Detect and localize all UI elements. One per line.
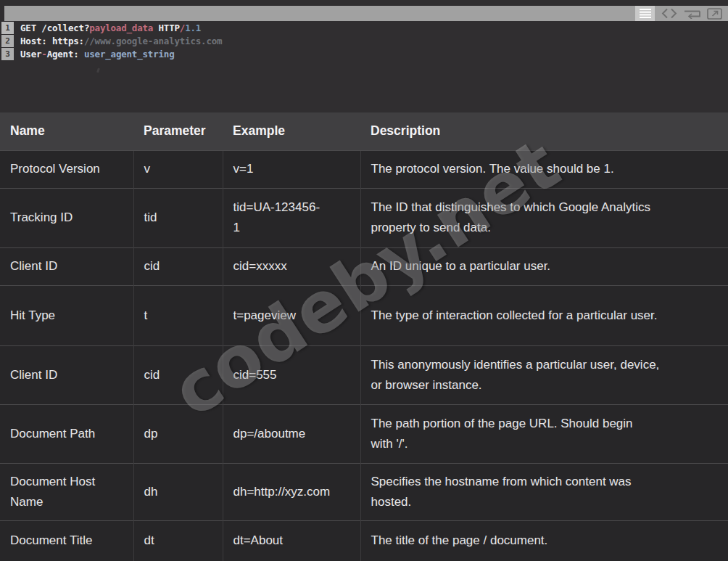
parameter-value: v [144, 159, 151, 179]
name-value: Hit Type [10, 306, 55, 326]
open-in-new-icon-glyph [707, 8, 722, 20]
header-example: Example [223, 112, 360, 150]
page: 1GET /collect?payload_data HTTP/1.12Host… [0, 0, 728, 561]
parameter-cell: t [133, 285, 223, 345]
parameter-cell: cid [133, 345, 223, 404]
example-cell: cid=xxxxx [223, 247, 360, 285]
example-cell: dh=http://xyz.com [223, 463, 360, 520]
example-cell: cid=555 [223, 345, 360, 404]
name-value: Client ID [10, 365, 57, 385]
parameter-value: dp [144, 424, 158, 444]
parameter-cell: v [133, 150, 223, 188]
menu-icon[interactable] [635, 6, 655, 21]
table-row: Client IDcidcid=xxxxxAn ID unique to a p… [0, 247, 728, 285]
parameter-cell: cid [133, 247, 223, 285]
code-segment: user_agent_string [84, 49, 175, 60]
code-icon-glyph [661, 8, 677, 19]
name-cell: Tracking ID [0, 188, 133, 247]
code-segment: Host: https: [20, 36, 84, 46]
parameter-value: cid [144, 256, 160, 277]
description-cell: The path portion of the page URL. Should… [360, 404, 728, 463]
wrap-lines-icon-glyph [684, 9, 700, 19]
parameters-table: Name Parameter Example Description Proto… [0, 112, 728, 561]
name-value: Document Path [10, 424, 95, 444]
description-value: An ID unique to a particular user. [371, 256, 551, 277]
table-header: Name Parameter Example Description [0, 112, 728, 150]
example-value: dh=http://xyz.com [233, 482, 331, 502]
header-name: Name [0, 112, 133, 150]
description-cell: The ID that distinguishes to which Googl… [360, 188, 728, 247]
name-cell: Client ID [0, 345, 133, 404]
description-value: The title of the page / document. [371, 531, 548, 551]
parameter-value: t [144, 306, 148, 326]
parameter-cell: dt [133, 520, 223, 561]
name-cell: Protocol Version [0, 150, 133, 188]
description-cell: An ID unique to a particular user. [360, 247, 728, 285]
example-cell: tid=UA-123456-1 [223, 188, 360, 247]
menu-icon-glyph [640, 9, 651, 18]
description-value: The ID that distinguishes to which Googl… [371, 197, 690, 238]
example-cell: dt=About [223, 520, 360, 561]
header-parameter: Parameter [133, 112, 223, 150]
name-cell: Document Title [0, 520, 133, 561]
example-cell: v=1 [223, 150, 360, 188]
line-number: 1 [1, 22, 14, 34]
description-cell: Specifies the hostname from which conten… [360, 463, 728, 520]
line-number: 2 [1, 35, 14, 47]
parameter-cell: tid [133, 188, 223, 247]
description-cell: This anonymously identifies a particular… [360, 345, 728, 404]
code-toolbar [4, 6, 728, 21]
parameter-cell: dp [133, 404, 223, 463]
example-value: dt=About [233, 531, 284, 551]
line-number: 3 [1, 48, 14, 60]
description-cell: The title of the page / document. [360, 520, 728, 561]
code-segment: payload_data [89, 22, 153, 33]
example-value: dp=/aboutme [233, 424, 306, 444]
example-cell: dp=/aboutme [223, 404, 360, 463]
name-value: Protocol Version [10, 159, 100, 179]
code-text: GET /collect?payload_data HTTP/1.1 [20, 22, 201, 33]
description-cell: The type of interaction collected for a … [360, 285, 728, 345]
open-in-new-icon[interactable] [707, 8, 722, 20]
table-body: Protocol Versionvv=1The protocol version… [0, 150, 728, 561]
table-row: Tracking IDtidtid=UA-123456-1The ID that… [0, 188, 728, 247]
example-value: t=pageview [233, 306, 296, 326]
name-cell: Document Path [0, 404, 133, 463]
parameter-value: tid [144, 208, 157, 228]
parameter-value: dh [144, 482, 158, 502]
code-text: Host: https://www.google-analytics.com [20, 36, 222, 46]
code-line: 1GET /collect?payload_data HTTP/1.1 [0, 21, 728, 34]
table-row: Client IDcidcid=555This anonymously iden… [0, 345, 728, 404]
example-value: cid=xxxxx [233, 256, 287, 277]
name-cell: Document Host Name [0, 463, 133, 520]
code-segment: Agent: [47, 49, 84, 60]
table-row: Hit Typett=pageviewThe type of interacti… [0, 285, 728, 345]
example-value: v=1 [233, 159, 254, 179]
example-value: cid=555 [233, 365, 277, 385]
parameter-value: cid [144, 365, 160, 385]
code-segment: GET /collect? [20, 22, 89, 33]
description-value: This anonymously identifies a particular… [371, 355, 661, 396]
header-description: Description [360, 112, 728, 150]
name-value: Client ID [10, 256, 57, 277]
code-lines: 1GET /collect?payload_data HTTP/1.12Host… [0, 21, 728, 60]
name-value: Tracking ID [10, 208, 73, 228]
code-segment: HTTP [153, 22, 180, 33]
code-text: User-Agent: user_agent_string [20, 49, 174, 60]
wrap-lines-icon[interactable] [684, 9, 700, 19]
table-row: Document Host Namedhdh=http://xyz.comSpe… [0, 463, 728, 520]
example-cell: t=pageview [223, 285, 360, 345]
description-cell: The protocol version. The value should b… [360, 150, 728, 188]
description-value: The protocol version. The value should b… [371, 159, 614, 179]
header-row: Name Parameter Example Description [0, 112, 728, 150]
code-segment: 1.1 [185, 22, 201, 33]
description-value: Specifies the hostname from which conten… [371, 472, 654, 512]
table-row: Protocol Versionvv=1The protocol version… [0, 150, 728, 188]
table-row: Document Titledtdt=AboutThe title of the… [0, 520, 728, 561]
parameter-cell: dh [133, 463, 223, 520]
name-value: Document Host Name [10, 472, 106, 512]
name-value: Document Title [10, 531, 92, 551]
code-icon[interactable] [661, 8, 677, 19]
name-cell: Client ID [0, 247, 133, 285]
name-cell: Hit Type [0, 285, 133, 345]
